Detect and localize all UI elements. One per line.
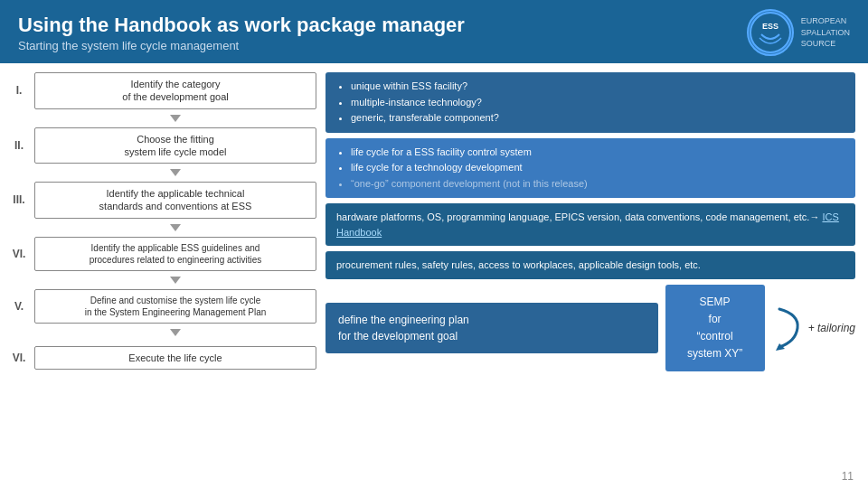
header: Using the Handbook as work package manag… [0, 0, 868, 63]
ics-handbook-link[interactable]: ICS Handbook [336, 211, 839, 238]
semp-line3: “control [678, 328, 752, 345]
step-row-2: II. Choose the fittingsystem life cycle … [9, 127, 316, 164]
callout-step1-item3: generic, transferable component? [351, 110, 844, 126]
callouts-column: unique within ESS facility? multiple-ins… [316, 69, 859, 475]
callout-step2-item1: life cycle for a ESS facility control sy… [351, 145, 844, 160]
arrow-1 [9, 113, 316, 124]
svg-point-0 [750, 13, 790, 52]
callout-step1-item2: multiple-instance technology? [351, 95, 844, 110]
tailoring-label: + tailoring [808, 322, 855, 334]
step-box-6: Execute the life cycle [34, 346, 316, 370]
semp-box: SEMP for “control system XY” [665, 285, 765, 372]
step-box-2: Choose the fittingsystem life cycle mode… [34, 127, 316, 164]
step-num-1: I. [9, 84, 29, 97]
tailoring-curve-icon [772, 305, 805, 351]
svg-text:ESS: ESS [762, 22, 778, 31]
step-row-6: VI. Execute the life cycle [9, 342, 316, 374]
step-box-5: Define and customise the system life cyc… [34, 289, 316, 324]
step-box-3: Identify the applicable technicalstandar… [34, 182, 316, 219]
define-text: define the engineering planfor the devel… [338, 314, 469, 343]
arrow-3 [9, 222, 316, 233]
tailoring-area: + tailoring [772, 305, 855, 351]
page-subtitle: Starting the system life cycle managemen… [18, 39, 465, 52]
semp-line1: SEMP [678, 294, 752, 311]
step-num-6: VI. [9, 352, 29, 364]
ess-logo: ESS [747, 9, 794, 56]
header-text: Using the Handbook as work package manag… [18, 14, 465, 52]
arrow-2 [9, 167, 316, 178]
logo-text: EUROPEAN SPALLATION SOURCE [801, 15, 850, 50]
callout-step2: life cycle for a ESS facility control sy… [326, 138, 855, 199]
define-box: define the engineering planfor the devel… [326, 303, 658, 353]
callout-step4-text: procurement rules, safety rules, access … [336, 259, 701, 270]
page-title: Using the Handbook as work package manag… [18, 14, 465, 37]
step-num-4: VI. [9, 248, 29, 260]
callout-step4: procurement rules, safety rules, access … [326, 251, 855, 279]
step-row-3: III. Identify the applicable technicalst… [9, 182, 316, 219]
step-num-3: III. [9, 193, 29, 206]
callout-step3: hardware platforms, OS, programming lang… [326, 203, 855, 246]
semp-line2: for [678, 311, 752, 328]
callout-step5-row: define the engineering planfor the devel… [326, 285, 855, 372]
arrow-5 [9, 327, 316, 338]
callout-step1: unique within ESS facility? multiple-ins… [326, 72, 855, 133]
step-num-5: V. [9, 300, 29, 313]
logo-area: ESS EUROPEAN SPALLATION SOURCE [747, 9, 850, 56]
step-row-1: I. Identify the categoryof the developme… [9, 72, 316, 109]
step-num-2: II. [9, 139, 29, 152]
main-content: I. Identify the categoryof the developme… [0, 63, 868, 479]
arrow-4 [9, 275, 316, 286]
step-row-4: VI. Identify the applicable ESS guidelin… [9, 237, 316, 271]
step-box-4: Identify the applicable ESS guidelines a… [34, 237, 316, 271]
step-box-1: Identify the categoryof the development … [34, 72, 316, 109]
page-number: 11 [842, 470, 854, 483]
steps-column: I. Identify the categoryof the developme… [9, 69, 316, 475]
step-row-5: V. Define and customise the system life … [9, 289, 316, 324]
semp-line4: system XY” [678, 345, 752, 362]
callout-step2-item2: life cycle for a technology development [351, 160, 844, 175]
callout-step1-item1: unique within ESS facility? [351, 79, 844, 94]
callout-step3-text: hardware platforms, OS, programming lang… [336, 211, 839, 238]
callout-step2-item3: “one-go” component development (not in t… [351, 176, 844, 192]
